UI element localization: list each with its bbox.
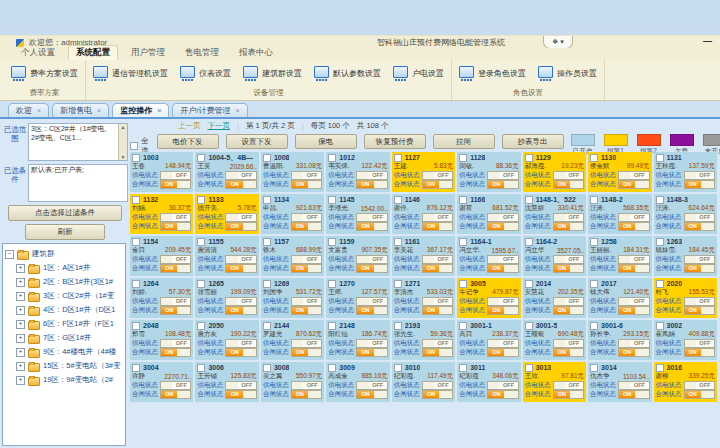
tree-item[interactable]: + 7区：G区1#井 <box>5 331 123 345</box>
ribbon-button[interactable]: 费率方案设置 <box>9 64 80 83</box>
gate-toggle[interactable]: ON <box>422 264 453 273</box>
gate-toggle[interactable]: ON <box>160 222 191 231</box>
ribbon-button[interactable]: 建筑群设置 <box>241 64 304 83</box>
supply-toggle[interactable]: OFF <box>422 171 453 180</box>
meter-card[interactable]: 1157 铁木 688.99元 供电状态 OFF 合闸状态 ON <box>261 236 324 276</box>
gate-toggle[interactable]: ON <box>684 180 715 189</box>
meter-card[interactable]: 1271 李清杰 533.03元 供电状态 OFF 合闸状态 ON <box>392 278 455 318</box>
gate-toggle[interactable]: ON <box>291 390 322 399</box>
checkbox-icon[interactable] <box>459 238 467 246</box>
checkbox-icon[interactable] <box>525 322 533 330</box>
checkbox-icon[interactable] <box>525 364 533 372</box>
gate-toggle[interactable]: ON <box>356 348 387 357</box>
selected-condition-box[interactable]: 默认表:已开户表; <box>28 164 128 202</box>
supply-toggle[interactable]: OFF <box>356 297 387 306</box>
gate-toggle[interactable]: ON <box>487 348 518 357</box>
checkbox-icon[interactable] <box>394 196 402 204</box>
scroll-up-icon[interactable]: ▲ <box>121 124 126 130</box>
checkbox-icon[interactable] <box>132 364 140 372</box>
supply-toggle[interactable]: OFF <box>422 255 453 264</box>
ribbon-button[interactable]: 通信管理机设置 <box>91 64 170 83</box>
checkbox-icon[interactable] <box>130 142 138 150</box>
supply-toggle[interactable]: OFF <box>487 339 518 348</box>
supply-toggle[interactable]: OFF <box>291 381 322 390</box>
tab-close-icon[interactable]: × <box>37 107 41 114</box>
gate-toggle[interactable]: ON <box>291 348 322 357</box>
gate-toggle[interactable]: ON <box>684 264 715 273</box>
checkbox-icon[interactable] <box>132 196 140 204</box>
supply-toggle[interactable]: OFF <box>356 381 387 390</box>
supply-toggle[interactable]: OFF <box>356 171 387 180</box>
meter-card[interactable]: 1161 李美花 367.17元 供电状态 OFF 合闸状态 ON <box>392 236 455 276</box>
meter-card[interactable]: 1132 刘娟. 36.37元 供电状态 OFF 合闸状态 ON <box>130 194 193 234</box>
toolbar-button[interactable]: 设置下发 <box>226 134 288 149</box>
supply-toggle[interactable]: OFF <box>160 339 191 348</box>
supply-toggle[interactable]: OFF <box>553 297 584 306</box>
meter-card[interactable]: 3001-1 高目 238.37元 供电状态 OFF 合闸状态 ON <box>457 320 520 360</box>
tab[interactable]: 监控操作 × <box>112 103 169 117</box>
gate-toggle[interactable]: ON <box>618 306 649 315</box>
supply-toggle[interactable]: OFF <box>225 213 256 222</box>
supply-toggle[interactable]: OFF <box>160 381 191 390</box>
toolbar-button[interactable]: 恢复预付费 <box>364 134 426 149</box>
checkbox-icon[interactable] <box>656 280 664 288</box>
supply-toggle[interactable]: OFF <box>618 171 649 180</box>
ribbon-button[interactable]: 登录角色设置 <box>457 64 528 83</box>
gate-toggle[interactable]: ON <box>553 390 584 399</box>
supply-toggle[interactable]: OFF <box>422 297 453 306</box>
meter-card[interactable]: 1004-5、4B— 王英 2029.66.. 供电状态 OFF 合闸状态 ON <box>195 152 258 192</box>
meter-card[interactable]: 1155 唐清清 544.28元 供电状态 OFF 合闸状态 ON <box>195 236 258 276</box>
supply-toggle[interactable]: OFF <box>618 255 649 264</box>
expand-icon[interactable]: + <box>16 362 25 371</box>
meter-card[interactable]: 1148-2 汪涛. 568.35元 供电状态 OFF 合闸状态 ON <box>588 194 651 234</box>
checkbox-icon[interactable] <box>394 238 402 246</box>
checkbox-icon[interactable] <box>394 280 402 288</box>
supply-toggle[interactable]: OFF <box>684 171 715 180</box>
gate-toggle[interactable]: ON <box>618 180 649 189</box>
meter-card[interactable]: 1164-2 冯立华 3527.05.. 供电状态 OFF 合闸状态 ON <box>523 236 586 276</box>
supply-toggle[interactable]: OFF <box>356 339 387 348</box>
meter-card[interactable]: 3009 高成金 885.16元 供电状态 OFF 合闸状态 ON <box>326 362 389 402</box>
gate-toggle[interactable]: ON <box>225 390 256 399</box>
gate-toggle[interactable]: ON <box>160 390 191 399</box>
checkbox-icon[interactable] <box>394 364 402 372</box>
meter-card[interactable]: 1012 韦实保. 122.42元 供电状态 OFF 合闸状态 ON <box>326 152 389 192</box>
checkbox-icon[interactable] <box>263 196 271 204</box>
refresh-button[interactable]: 刷新 <box>25 224 105 240</box>
gate-toggle[interactable]: ON <box>422 306 453 315</box>
checkbox-icon[interactable] <box>525 280 533 288</box>
tab-close-icon[interactable]: × <box>236 107 240 114</box>
supply-toggle[interactable]: OFF <box>291 171 322 180</box>
checkbox-icon[interactable] <box>590 154 598 162</box>
checkbox-icon[interactable] <box>459 280 467 288</box>
menu-item[interactable]: 个人设置 <box>14 46 62 60</box>
meter-card[interactable]: 1133 德开美. 5.78元 供电状态 OFF 合闸状态 ON <box>195 194 258 234</box>
gate-toggle[interactable]: ON <box>487 306 518 315</box>
scroll-down-icon[interactable]: ▼ <box>121 154 126 160</box>
checkbox-icon[interactable] <box>328 154 336 162</box>
ribbon-button[interactable]: 操作员设置 <box>536 64 599 83</box>
checkbox-icon[interactable] <box>328 280 336 288</box>
meter-card[interactable]: 3011 纪彩霞 348.06元 供电状态 OFF 合闸状态 ON <box>457 362 520 402</box>
checkbox-icon[interactable] <box>197 280 205 288</box>
toolbar-button[interactable]: 电价下发 <box>157 134 219 149</box>
tree-item[interactable]: + 1区：A区1#井 <box>5 261 123 275</box>
per-page-info[interactable]: 每页 100 个 <box>311 121 350 131</box>
meter-card[interactable]: 1263 钱妹雪. 184.45元 供电状态 OFF 合闸状态 ON <box>654 236 717 276</box>
gate-toggle[interactable]: ON <box>487 222 518 231</box>
meter-card[interactable]: 1146 谢停. 876.12元 供电状态 OFF 合闸状态 ON <box>392 194 455 234</box>
gate-toggle[interactable]: ON <box>356 264 387 273</box>
meter-card[interactable]: 2014 安慧花 202.35元 供电状态 OFF 合闸状态 ON <box>523 278 586 318</box>
checkbox-icon[interactable] <box>459 154 467 162</box>
supply-toggle[interactable]: OFF <box>225 255 256 264</box>
supply-toggle[interactable]: OFF <box>553 213 584 222</box>
checkbox-icon[interactable] <box>656 196 664 204</box>
supply-toggle[interactable]: OFF <box>160 297 191 306</box>
tree-item[interactable]: + 3区：C区2#井（1#变 <box>5 289 123 303</box>
checkbox-icon[interactable] <box>459 364 467 372</box>
checkbox-icon[interactable] <box>525 154 533 162</box>
gate-toggle[interactable]: ON <box>684 390 715 399</box>
gate-toggle[interactable]: ON <box>291 306 322 315</box>
gate-toggle[interactable]: ON <box>422 180 453 189</box>
checkbox-icon[interactable] <box>197 364 205 372</box>
